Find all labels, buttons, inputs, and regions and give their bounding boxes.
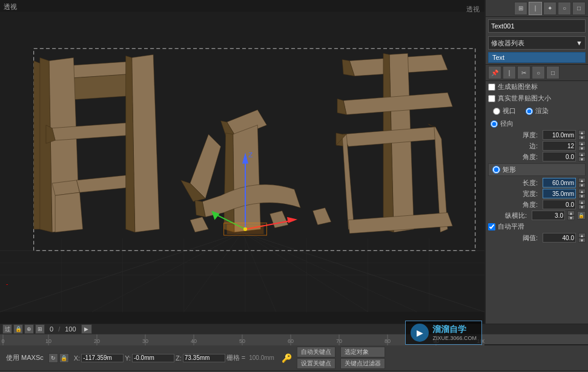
coord-z-label: Z:: [176, 354, 182, 362]
radio-view-input[interactable]: [493, 108, 500, 115]
axis-indicator: -: [6, 281, 8, 287]
length-spin-up[interactable]: ▲: [578, 178, 586, 183]
prop-length-row: 长度: ▲ ▼: [486, 177, 588, 188]
angle-spin-up[interactable]: ▲: [578, 152, 586, 157]
set-keyframe-btn[interactable]: 设置关键点: [297, 358, 335, 369]
aspect-lock-btn[interactable]: 🔒: [577, 211, 586, 220]
radio-render: 渲染: [523, 105, 551, 117]
panel-icon-display[interactable]: □: [572, 2, 586, 15]
timeline-ruler[interactable]: 0 10 20 30 40 50 60 70 80 90 1: [0, 334, 588, 345]
thickness-spin-up[interactable]: ▲: [578, 130, 586, 135]
coord-x-label: X:: [74, 354, 80, 362]
prop-width-input[interactable]: [543, 189, 576, 198]
status-anim-btn[interactable]: ↻: [48, 353, 58, 363]
app-label: 使用 MAXSc: [2, 353, 47, 362]
angle-spin-down[interactable]: ▼: [578, 157, 586, 162]
threshold-spin-up[interactable]: ▲: [578, 233, 586, 238]
viewport-3d[interactable]: 透视 透视: [0, 0, 485, 324]
thickness-spin-down[interactable]: ▼: [578, 135, 586, 140]
radio-render-label: 渲染: [535, 106, 549, 116]
radio-view-label: 视口: [503, 106, 516, 116]
prop-aspect-row: 纵横比: ▲ ▼ 🔒: [486, 210, 588, 221]
panel-icon-modify[interactable]: |: [529, 2, 542, 15]
sides-spin-up[interactable]: ▲: [578, 141, 586, 146]
modifier-item-text[interactable]: Text: [489, 53, 585, 62]
coord-group: X: Y: Z: 栅格 = 100.0mm: [71, 353, 279, 362]
timeline-select-btn[interactable]: ⊞: [35, 324, 45, 334]
watermark-main-text: 溜溜自学: [432, 324, 477, 335]
radio-view-render-group: 视口 渲染: [486, 104, 588, 118]
threshold-spin-down[interactable]: ▼: [578, 238, 586, 243]
viewport-label: 透视: [4, 2, 17, 11]
toolbar-delete-btn[interactable]: ○: [532, 66, 545, 79]
toolbar-paste-btn[interactable]: ✂: [517, 66, 530, 79]
angle-spinner: ▲ ▼: [578, 152, 586, 162]
prop-angle-row: 角度: ▲ ▼: [486, 151, 588, 162]
prop-thickness-input[interactable]: [543, 130, 576, 140]
grid-value: 100.0mm: [246, 354, 277, 361]
svg-text:70: 70: [336, 338, 342, 344]
aspect-spin-up[interactable]: ▲: [567, 210, 575, 215]
status-lock2-btn[interactable]: 🔒: [59, 353, 69, 363]
timeline-lock-btn[interactable]: 🔒: [13, 324, 23, 334]
svg-text:30: 30: [142, 338, 148, 344]
keyframe-filter-btn[interactable]: 关键点过滤器: [340, 358, 385, 369]
coord-z-input[interactable]: [183, 354, 225, 362]
radio-direction-input[interactable]: [491, 120, 498, 128]
coord-y-input[interactable]: [132, 354, 174, 362]
aspect-spin-down[interactable]: ▼: [567, 215, 575, 220]
checkbox-auto-smooth-input[interactable]: [488, 223, 495, 230]
angle2-spin-down[interactable]: ▼: [578, 204, 586, 209]
checkbox-generate-map-input[interactable]: [488, 83, 495, 91]
rectangle-radio-input[interactable]: [492, 166, 500, 174]
object-name-field[interactable]: Text001: [488, 19, 586, 33]
prop-aspect-input[interactable]: [532, 210, 565, 220]
coord-x-input[interactable]: [81, 354, 124, 362]
prop-aspect-label: 纵横比:: [488, 211, 529, 220]
svg-text:60: 60: [288, 338, 294, 344]
angle2-spin-up[interactable]: ▲: [578, 200, 586, 204]
checkbox-real-world-input[interactable]: [488, 95, 495, 102]
panel-icon-motion[interactable]: ○: [558, 2, 571, 15]
prop-threshold-input[interactable]: [543, 233, 576, 243]
length-spinner: ▲ ▼: [578, 178, 586, 188]
prop-sides-input[interactable]: [543, 141, 576, 151]
panel-properties-scroll[interactable]: 生成贴图坐标 真实世界贴图大小 视口 渲染: [486, 81, 588, 324]
checkbox-auto-smooth-label: 自动平滑: [498, 222, 524, 231]
svg-text:0: 0: [1, 338, 4, 344]
threshold-spinner: ▲ ▼: [578, 233, 586, 243]
key-icon: 🔑: [282, 353, 292, 363]
panel-icon-hierarchy[interactable]: ✦: [543, 2, 557, 15]
prop-thickness-row: 厚度: ▲ ▼: [486, 129, 588, 140]
prop-angle2-label: 角度:: [488, 200, 540, 209]
modifier-list-dropdown[interactable]: 修改器列表 ▼: [488, 36, 586, 50]
content-area: 透视 透视: [0, 0, 588, 324]
select-buttons: 选定对象 关键点过滤器: [338, 347, 388, 369]
viewport-corner-label: 透视: [466, 5, 480, 14]
radio-render-input[interactable]: [526, 108, 533, 115]
length-spin-down[interactable]: ▼: [578, 183, 586, 188]
timeline-expand-btn[interactable]: ▶: [81, 324, 92, 334]
width-spin-down[interactable]: ▼: [578, 194, 586, 198]
width-spin-up[interactable]: ▲: [578, 189, 586, 194]
select-object-btn[interactable]: 选定对象: [340, 347, 385, 357]
panel-icon-create[interactable]: ⊞: [514, 2, 527, 15]
prop-angle2-input[interactable]: [543, 200, 576, 209]
radio-direction-label: 径向: [500, 119, 514, 128]
watermark-logo: ▶: [411, 324, 429, 342]
right-panel: ⊞ | ✦ ○ □ Text001 修改器列表 ▼ Text 📌: [485, 0, 588, 324]
checkbox-generate-map-label: 生成贴图坐标: [498, 82, 538, 91]
prop-length-input[interactable]: [543, 178, 576, 188]
timeline-snap-btn[interactable]: ⊕: [24, 324, 34, 334]
timeline-key-btn[interactable]: 过: [2, 324, 12, 334]
toolbar-pin-btn[interactable]: 📌: [488, 66, 501, 79]
toolbar-copy-btn[interactable]: |: [503, 66, 516, 79]
watermark-logo-icon: ▶: [417, 328, 423, 338]
coord-y-label: Y:: [125, 354, 131, 362]
auto-keyframe-btn[interactable]: 自动关键点: [297, 347, 335, 357]
prop-sides-row: 边: ▲ ▼: [486, 140, 588, 151]
svg-text:20: 20: [94, 338, 100, 344]
toolbar-config-btn[interactable]: □: [546, 66, 560, 79]
prop-angle-input[interactable]: [543, 152, 576, 162]
sides-spin-down[interactable]: ▼: [578, 146, 586, 151]
